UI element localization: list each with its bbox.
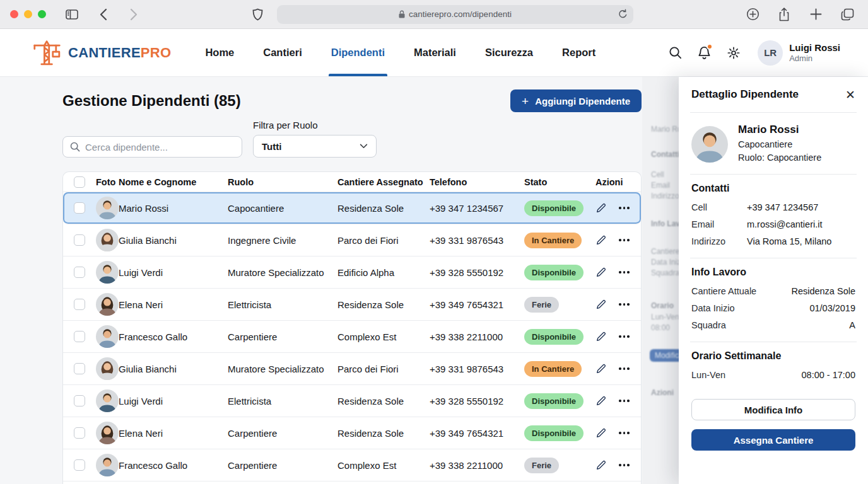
employee-photo xyxy=(96,422,119,444)
search-icon xyxy=(70,142,80,152)
detail-avatar xyxy=(691,126,728,163)
ghost-text-fragment: 08:00 xyxy=(651,323,670,332)
filter-label: Filtra per Ruolo xyxy=(253,120,377,130)
row-checkbox[interactable] xyxy=(74,331,85,342)
row-checkbox[interactable] xyxy=(74,427,85,439)
minimize-window-button[interactable] xyxy=(24,10,32,18)
employee-site: Residenza Sole xyxy=(337,299,430,310)
row-checkbox[interactable] xyxy=(74,459,85,471)
nav-item[interactable]: Cantieri xyxy=(263,29,302,76)
edit-pencil-icon[interactable] xyxy=(595,235,606,246)
status-badge: Disponibile xyxy=(524,393,584,409)
nav-item[interactable]: Report xyxy=(562,29,595,76)
new-tab-icon[interactable] xyxy=(807,6,824,23)
col-foto: Foto xyxy=(96,177,119,187)
row-menu-icon[interactable] xyxy=(619,271,630,274)
row-checkbox[interactable] xyxy=(74,395,85,406)
brand-logo[interactable]: CANTIEREPRO xyxy=(33,29,171,76)
status-badge: Disponibile xyxy=(524,200,584,216)
table-row[interactable]: Luigi Verdi Muratore Specializzato Edifi… xyxy=(63,256,641,289)
nav-item[interactable]: Materiali xyxy=(414,29,456,76)
role-filter-select[interactable]: Tutti xyxy=(253,135,377,158)
nav-item[interactable]: Sicurezza xyxy=(485,29,533,76)
edit-pencil-icon[interactable] xyxy=(595,428,606,439)
employee-phone: +39 349 7654321 xyxy=(430,299,524,310)
sidebar-toggle-icon[interactable] xyxy=(64,6,80,23)
zoom-window-button[interactable] xyxy=(38,10,46,18)
page-zoom-icon[interactable] xyxy=(744,6,761,23)
row-menu-icon[interactable] xyxy=(619,207,630,209)
employee-site: Edificio Alpha xyxy=(337,267,430,278)
edit-pencil-icon[interactable] xyxy=(595,460,606,471)
col-role: Ruolo xyxy=(228,177,337,187)
reload-icon[interactable] xyxy=(618,9,628,21)
ghost-text-fragment: Cell xyxy=(651,170,664,179)
close-icon[interactable]: ✕ xyxy=(845,89,855,101)
tab-overview-icon[interactable] xyxy=(839,6,855,23)
user-menu[interactable]: LR Luigi Rossi Admin xyxy=(758,40,840,66)
table-row[interactable]: Francesco Gallo Carpentiere Complexo Est… xyxy=(63,321,641,353)
contacts-heading: Contatti xyxy=(691,183,855,194)
employee-phone: +39 328 5550192 xyxy=(430,267,524,278)
share-icon[interactable] xyxy=(776,6,792,23)
crane-logo-icon xyxy=(33,39,62,67)
employee-name: Mario Rossi xyxy=(119,203,228,214)
row-checkbox[interactable] xyxy=(74,267,85,278)
row-menu-icon[interactable] xyxy=(619,367,630,370)
employee-photo xyxy=(96,293,119,316)
assign-site-button[interactable]: Assegna Cantiere xyxy=(691,429,855,451)
settings-gear-icon[interactable] xyxy=(727,46,741,60)
edit-pencil-icon[interactable] xyxy=(595,203,606,214)
row-checkbox[interactable] xyxy=(74,202,85,214)
search-icon[interactable] xyxy=(669,46,682,59)
employee-name: Giulia Bianchi xyxy=(119,235,228,246)
status-badge: Ferie xyxy=(524,297,559,313)
employee-role: Muratore Specializzato xyxy=(228,267,337,278)
address-bar[interactable]: cantierepro.com/dipendenti xyxy=(277,5,633,24)
page-title: Gestione Dipendenti (85) xyxy=(62,92,241,110)
employee-photo xyxy=(96,325,119,348)
privacy-shield-icon[interactable] xyxy=(249,6,266,23)
employee-site: Complexo Est xyxy=(337,460,430,471)
table-row[interactable]: Luigi Verdi Elettricista Residenza Sole … xyxy=(63,385,641,417)
row-checkbox[interactable] xyxy=(74,363,85,374)
search-input[interactable] xyxy=(85,142,235,153)
close-window-button[interactable] xyxy=(10,10,18,18)
row-menu-icon[interactable] xyxy=(619,239,630,241)
employee-site: Complexo Est xyxy=(337,331,430,342)
add-employee-button[interactable]: + Aggiungi Dipendente xyxy=(510,89,642,112)
forward-button[interactable] xyxy=(126,6,142,23)
row-menu-icon[interactable] xyxy=(619,432,630,434)
edit-pencil-icon[interactable] xyxy=(595,364,606,374)
edit-pencil-icon[interactable] xyxy=(595,331,606,342)
row-checkbox[interactable] xyxy=(74,299,85,310)
employees-table: Foto Nome e Cognome Ruolo Cantiere Asseg… xyxy=(62,171,642,484)
table-row[interactable]: Giulia Bianchi Ingegnere Civile Parco de… xyxy=(63,224,641,256)
nav-item[interactable]: Home xyxy=(205,29,234,76)
nav-item[interactable]: Dipendenti xyxy=(331,29,385,76)
employee-search-input[interactable] xyxy=(62,136,242,158)
employee-photo xyxy=(96,197,119,219)
edit-pencil-icon[interactable] xyxy=(595,299,606,310)
table-row[interactable]: Mario Rossi Capocantiere Residenza Sole … xyxy=(63,481,641,484)
ghost-text-fragment: Email xyxy=(651,181,670,190)
row-menu-icon[interactable] xyxy=(619,464,630,466)
site-value: Residenza Sole xyxy=(791,283,855,300)
table-row[interactable]: Francesco Gallo Carpentiere Complexo Est… xyxy=(63,449,641,481)
row-menu-icon[interactable] xyxy=(619,303,630,306)
row-menu-icon[interactable] xyxy=(619,335,630,338)
table-row[interactable]: Elena Neri Carpentiere Residenza Sole +3… xyxy=(63,417,641,449)
table-row[interactable]: Elena Neri Elettricista Residenza Sole +… xyxy=(63,289,641,321)
row-checkbox[interactable] xyxy=(74,234,85,246)
select-all-checkbox[interactable] xyxy=(74,176,85,188)
row-menu-icon[interactable] xyxy=(619,400,630,402)
back-button[interactable] xyxy=(95,6,112,23)
edit-info-button[interactable]: Modifica Info xyxy=(691,399,855,420)
notifications-bell-icon[interactable] xyxy=(698,45,711,60)
edit-pencil-icon[interactable] xyxy=(595,267,606,278)
employee-phone: +39 338 2211000 xyxy=(430,331,524,342)
cell-label: Cell xyxy=(691,199,747,216)
edit-pencil-icon[interactable] xyxy=(595,396,606,406)
table-row[interactable]: Mario Rossi Capocantiere Residenza Sole … xyxy=(63,192,641,224)
table-row[interactable]: Giulia Bianchi Muratore Specializzato Pa… xyxy=(63,353,641,385)
